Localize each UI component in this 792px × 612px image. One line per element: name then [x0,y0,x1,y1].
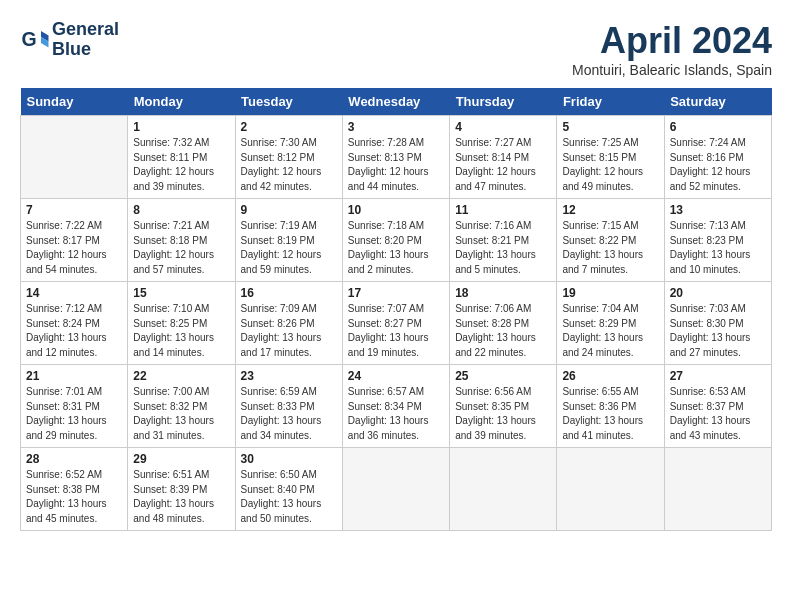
day-info: Sunrise: 7:09 AM Sunset: 8:26 PM Dayligh… [241,302,337,360]
calendar-cell: 25Sunrise: 6:56 AM Sunset: 8:35 PM Dayli… [450,365,557,448]
calendar-cell: 15Sunrise: 7:10 AM Sunset: 8:25 PM Dayli… [128,282,235,365]
calendar-cell: 11Sunrise: 7:16 AM Sunset: 8:21 PM Dayli… [450,199,557,282]
calendar-cell: 12Sunrise: 7:15 AM Sunset: 8:22 PM Dayli… [557,199,664,282]
calendar-cell: 19Sunrise: 7:04 AM Sunset: 8:29 PM Dayli… [557,282,664,365]
day-info: Sunrise: 7:15 AM Sunset: 8:22 PM Dayligh… [562,219,658,277]
day-info: Sunrise: 7:03 AM Sunset: 8:30 PM Dayligh… [670,302,766,360]
day-info: Sunrise: 7:18 AM Sunset: 8:20 PM Dayligh… [348,219,444,277]
day-number: 14 [26,286,122,300]
day-number: 29 [133,452,229,466]
logo-line1: General [52,19,119,39]
day-info: Sunrise: 7:01 AM Sunset: 8:31 PM Dayligh… [26,385,122,443]
day-info: Sunrise: 7:13 AM Sunset: 8:23 PM Dayligh… [670,219,766,277]
calendar-cell [21,116,128,199]
day-number: 27 [670,369,766,383]
calendar-cell: 18Sunrise: 7:06 AM Sunset: 8:28 PM Dayli… [450,282,557,365]
day-number: 18 [455,286,551,300]
day-number: 23 [241,369,337,383]
day-number: 4 [455,120,551,134]
day-info: Sunrise: 6:55 AM Sunset: 8:36 PM Dayligh… [562,385,658,443]
day-header-tuesday: Tuesday [235,88,342,116]
calendar-cell: 16Sunrise: 7:09 AM Sunset: 8:26 PM Dayli… [235,282,342,365]
logo-line2: Blue [52,39,91,59]
calendar-cell: 29Sunrise: 6:51 AM Sunset: 8:39 PM Dayli… [128,448,235,531]
day-info: Sunrise: 7:04 AM Sunset: 8:29 PM Dayligh… [562,302,658,360]
calendar-cell: 24Sunrise: 6:57 AM Sunset: 8:34 PM Dayli… [342,365,449,448]
calendar-cell: 2Sunrise: 7:30 AM Sunset: 8:12 PM Daylig… [235,116,342,199]
logo-text: General Blue [52,20,119,60]
day-info: Sunrise: 6:56 AM Sunset: 8:35 PM Dayligh… [455,385,551,443]
day-header-wednesday: Wednesday [342,88,449,116]
day-info: Sunrise: 7:12 AM Sunset: 8:24 PM Dayligh… [26,302,122,360]
day-number: 24 [348,369,444,383]
day-info: Sunrise: 7:22 AM Sunset: 8:17 PM Dayligh… [26,219,122,277]
calendar-cell: 26Sunrise: 6:55 AM Sunset: 8:36 PM Dayli… [557,365,664,448]
calendar-cell: 14Sunrise: 7:12 AM Sunset: 8:24 PM Dayli… [21,282,128,365]
week-row-3: 14Sunrise: 7:12 AM Sunset: 8:24 PM Dayli… [21,282,772,365]
day-number: 20 [670,286,766,300]
day-number: 15 [133,286,229,300]
day-info: Sunrise: 7:32 AM Sunset: 8:11 PM Dayligh… [133,136,229,194]
calendar-cell: 23Sunrise: 6:59 AM Sunset: 8:33 PM Dayli… [235,365,342,448]
calendar-cell: 13Sunrise: 7:13 AM Sunset: 8:23 PM Dayli… [664,199,771,282]
location: Montuiri, Balearic Islands, Spain [572,62,772,78]
day-number: 1 [133,120,229,134]
calendar-cell: 22Sunrise: 7:00 AM Sunset: 8:32 PM Dayli… [128,365,235,448]
day-number: 12 [562,203,658,217]
day-number: 17 [348,286,444,300]
month-title: April 2024 [572,20,772,62]
calendar-cell: 5Sunrise: 7:25 AM Sunset: 8:15 PM Daylig… [557,116,664,199]
day-number: 9 [241,203,337,217]
logo-icon: G [20,25,50,55]
day-number: 5 [562,120,658,134]
day-info: Sunrise: 7:24 AM Sunset: 8:16 PM Dayligh… [670,136,766,194]
day-number: 21 [26,369,122,383]
day-number: 30 [241,452,337,466]
calendar-cell: 7Sunrise: 7:22 AM Sunset: 8:17 PM Daylig… [21,199,128,282]
day-number: 16 [241,286,337,300]
day-info: Sunrise: 7:28 AM Sunset: 8:13 PM Dayligh… [348,136,444,194]
calendar-cell: 10Sunrise: 7:18 AM Sunset: 8:20 PM Dayli… [342,199,449,282]
week-row-1: 1Sunrise: 7:32 AM Sunset: 8:11 PM Daylig… [21,116,772,199]
day-info: Sunrise: 7:21 AM Sunset: 8:18 PM Dayligh… [133,219,229,277]
day-number: 10 [348,203,444,217]
week-row-2: 7Sunrise: 7:22 AM Sunset: 8:17 PM Daylig… [21,199,772,282]
title-block: April 2024 Montuiri, Balearic Islands, S… [572,20,772,78]
calendar-cell: 4Sunrise: 7:27 AM Sunset: 8:14 PM Daylig… [450,116,557,199]
days-header-row: SundayMondayTuesdayWednesdayThursdayFrid… [21,88,772,116]
calendar-cell [342,448,449,531]
calendar-cell: 21Sunrise: 7:01 AM Sunset: 8:31 PM Dayli… [21,365,128,448]
day-number: 7 [26,203,122,217]
day-header-friday: Friday [557,88,664,116]
calendar-table: SundayMondayTuesdayWednesdayThursdayFrid… [20,88,772,531]
day-info: Sunrise: 7:10 AM Sunset: 8:25 PM Dayligh… [133,302,229,360]
page-header: G General Blue April 2024 Montuiri, Bale… [20,20,772,78]
day-number: 19 [562,286,658,300]
day-info: Sunrise: 6:52 AM Sunset: 8:38 PM Dayligh… [26,468,122,526]
day-info: Sunrise: 7:07 AM Sunset: 8:27 PM Dayligh… [348,302,444,360]
day-number: 28 [26,452,122,466]
day-number: 13 [670,203,766,217]
day-number: 6 [670,120,766,134]
calendar-cell: 6Sunrise: 7:24 AM Sunset: 8:16 PM Daylig… [664,116,771,199]
day-info: Sunrise: 7:25 AM Sunset: 8:15 PM Dayligh… [562,136,658,194]
day-number: 22 [133,369,229,383]
calendar-cell: 17Sunrise: 7:07 AM Sunset: 8:27 PM Dayli… [342,282,449,365]
day-info: Sunrise: 7:27 AM Sunset: 8:14 PM Dayligh… [455,136,551,194]
calendar-cell [450,448,557,531]
day-number: 26 [562,369,658,383]
svg-text:G: G [22,28,37,50]
day-number: 11 [455,203,551,217]
day-info: Sunrise: 7:30 AM Sunset: 8:12 PM Dayligh… [241,136,337,194]
day-number: 2 [241,120,337,134]
day-info: Sunrise: 6:57 AM Sunset: 8:34 PM Dayligh… [348,385,444,443]
calendar-cell [557,448,664,531]
calendar-cell: 9Sunrise: 7:19 AM Sunset: 8:19 PM Daylig… [235,199,342,282]
logo: G General Blue [20,20,119,60]
day-info: Sunrise: 6:50 AM Sunset: 8:40 PM Dayligh… [241,468,337,526]
day-header-thursday: Thursday [450,88,557,116]
week-row-4: 21Sunrise: 7:01 AM Sunset: 8:31 PM Dayli… [21,365,772,448]
day-info: Sunrise: 6:51 AM Sunset: 8:39 PM Dayligh… [133,468,229,526]
day-info: Sunrise: 6:59 AM Sunset: 8:33 PM Dayligh… [241,385,337,443]
day-number: 8 [133,203,229,217]
